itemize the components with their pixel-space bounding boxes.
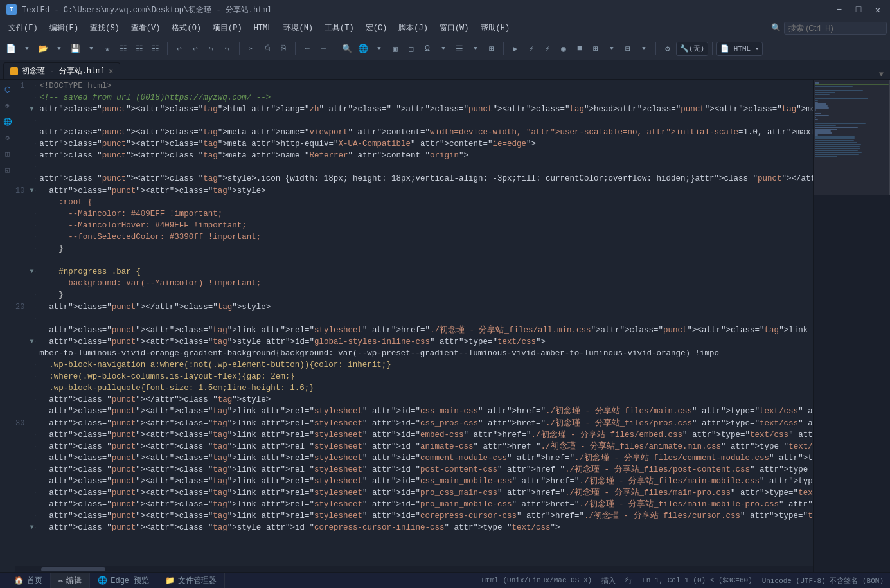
toolbar-undo[interactable]: ↩ (172, 41, 187, 57)
sidebar-icon-1[interactable]: ⬡ (1, 83, 14, 96)
menu-file[interactable]: 文件(F) (3, 21, 43, 35)
toolbar-char-arrow[interactable]: ▼ (436, 41, 451, 57)
sidebar-icon-2[interactable]: ⊕ (1, 99, 14, 112)
menu-macro[interactable]: 宏(C) (360, 21, 393, 35)
toolbar-grid-arrow[interactable]: ▼ (604, 41, 619, 57)
menu-help[interactable]: 帮助(H) (476, 21, 515, 35)
code-content[interactable] (37, 115, 813, 127)
code-content[interactable]: attr">class="punct"><attr">class="tag">l… (37, 499, 813, 510)
code-content[interactable]: #nprogress .bar { (37, 266, 813, 278)
code-content[interactable]: :root { (37, 197, 813, 208)
code-content[interactable]: attr">class="punct"><attr">class="tag">s… (37, 173, 813, 184)
code-content[interactable]: } (37, 289, 813, 301)
code-content[interactable]: attr">class="punct"><attr">class="tag">l… (37, 476, 813, 487)
code-content[interactable]: <!-- saved from url=(0018)https://myzwq.… (37, 92, 813, 103)
code-content[interactable]: attr">class="punct"><attr">class="tag">l… (37, 429, 813, 441)
toolbar-doc1[interactable]: ☷ (116, 41, 131, 57)
toolbar-bookmark2[interactable]: ◫ (404, 41, 419, 57)
toolbar-list[interactable]: ☰ (452, 41, 467, 57)
code-content[interactable]: attr">class="punct"><attr">class="tag">h… (37, 103, 813, 115)
toolbar-grid[interactable]: ⊞ (588, 41, 603, 57)
toolbar-paste[interactable]: ⎘ (276, 41, 291, 57)
toolbar-lang-dropdown[interactable]: 🔧(无) (676, 42, 708, 56)
toolbar-doc2[interactable]: ☷ (132, 41, 147, 57)
code-content[interactable] (37, 161, 813, 173)
code-content[interactable]: attr">class="punct"></attr">class="tag">… (37, 301, 813, 313)
code-content[interactable]: --MaincolorHover: #409EFF !important; (37, 220, 813, 231)
menu-view[interactable]: 查看(V) (126, 21, 166, 35)
code-content[interactable]: :where(.wp-block-columns.is-layout-flex)… (37, 371, 813, 382)
code-content[interactable]: attr">class="punct"><attr">class="tag">s… (37, 336, 813, 348)
menu-edit[interactable]: 编辑(E) (44, 21, 84, 35)
toolbar-grid2-arrow[interactable]: ▼ (636, 41, 652, 57)
toolbar-circle[interactable]: ◉ (556, 41, 571, 57)
toolbar-copy[interactable]: ⎙ (260, 41, 275, 57)
code-scroll[interactable]: 1·<!DOCTYPE html>·<!-- saved from url=(0… (15, 80, 813, 566)
status-tab-edit[interactable]: ✏️ 编辑 (51, 573, 90, 589)
toolbar-new[interactable]: 📄 (3, 41, 19, 57)
code-content[interactable]: attr">class="punct"><attr">class="tag">s… (37, 522, 813, 533)
code-content[interactable]: attr">class="punct"><attr">class="tag">l… (37, 441, 813, 452)
tab-main-file[interactable]: 初念瑾 - 分享站.html ✕ (3, 62, 120, 79)
status-tab-preview[interactable]: 🌐 Edge 预览 (90, 573, 157, 589)
toolbar-open-arrow2[interactable]: ▼ (51, 41, 67, 57)
sidebar-icon-4[interactable]: ⚙ (1, 131, 14, 144)
toolbar-redo[interactable]: ↪ (204, 41, 219, 57)
code-content[interactable]: background: var(--Maincolor) !important; (37, 278, 813, 289)
toolbar-save-arrow[interactable]: ▼ (84, 41, 99, 57)
code-content[interactable]: --Maincolor: #409EFF !important; (37, 208, 813, 220)
toolbar-play[interactable]: ▶ (508, 41, 523, 57)
toolbar-plug[interactable]: ⚙ (660, 41, 675, 57)
code-content[interactable]: .wp-block-navigation a:where(:not(.wp-el… (37, 359, 813, 371)
toolbar-code[interactable]: ⊞ (484, 41, 499, 57)
toolbar-doc3[interactable]: ☷ (148, 41, 163, 57)
code-content[interactable]: <!DOCTYPE html> (37, 80, 813, 92)
sidebar-icon-3[interactable]: 🌐 (1, 115, 14, 128)
code-content[interactable]: attr">class="punct"><attr">class="tag">l… (37, 405, 813, 417)
toolbar-back[interactable]: ← (299, 41, 315, 57)
search-input[interactable] (784, 22, 887, 35)
toolbar-open[interactable]: 📂 (35, 41, 51, 57)
code-content[interactable]: attr">class="punct"><attr">class="tag">m… (37, 138, 813, 150)
toolbar-save[interactable]: 💾 (67, 41, 83, 57)
h-scrollbar-thumb[interactable] (41, 567, 105, 571)
code-content[interactable]: attr">class="punct"><attr">class="tag">l… (37, 417, 813, 429)
toolbar-redo2[interactable]: ↪ (220, 41, 235, 57)
toolbar-bookmark[interactable]: ★ (100, 41, 115, 57)
tab-close-button[interactable]: ✕ (109, 67, 114, 75)
code-content[interactable]: --fontSelectedColor: #3390ff !important; (37, 231, 813, 243)
toolbar-list-arrow[interactable]: ▼ (468, 41, 483, 57)
menu-html[interactable]: HTML (249, 22, 278, 35)
toolbar-undo2[interactable]: ↩ (188, 41, 203, 57)
sidebar-icon-6[interactable]: ◱ (1, 163, 14, 176)
toolbar-search2[interactable]: 🔍 (339, 41, 355, 57)
maximize-button[interactable]: □ (853, 4, 864, 15)
toolbar-flash[interactable]: ⚡ (524, 41, 539, 57)
minimize-button[interactable]: − (833, 4, 845, 15)
toolbar-stop[interactable]: ■ (572, 41, 587, 57)
toolbar-grid2[interactable]: ⊟ (620, 41, 636, 57)
code-content[interactable]: attr">class="punct"><attr">class="tag">l… (37, 487, 813, 499)
code-content[interactable]: mber-to-luminous-vivid-orange-gradient-b… (37, 348, 813, 359)
code-content[interactable]: attr">class="punct"><attr">class="tag">l… (37, 510, 813, 522)
menu-script[interactable]: 脚本(J) (393, 21, 433, 35)
menu-format[interactable]: 格式(O) (166, 21, 206, 35)
status-tab-files[interactable]: 📁 文件管理器 (157, 573, 225, 589)
toolbar-char[interactable]: Ω (420, 41, 435, 57)
code-editor[interactable]: 1·<!DOCTYPE html>·<!-- saved from url=(0… (15, 80, 813, 572)
menu-env[interactable]: 环境(N) (278, 21, 318, 35)
tabs-scroll-arrow[interactable]: ▼ (876, 70, 887, 79)
menu-project[interactable]: 项目(P) (208, 21, 247, 35)
code-content[interactable] (37, 313, 813, 325)
sidebar-icon-5[interactable]: ◫ (1, 147, 14, 160)
horizontal-scrollbar[interactable] (15, 566, 813, 572)
menu-window[interactable]: 窗口(W) (434, 21, 474, 35)
toolbar-flash2[interactable]: ⚡ (540, 41, 555, 57)
code-content[interactable]: attr">class="punct"></attr">class="tag">… (37, 394, 813, 405)
toolbar-fwd[interactable]: → (316, 41, 331, 57)
toolbar-record[interactable]: ▣ (387, 41, 403, 57)
code-content[interactable]: attr">class="punct"><attr">class="tag">l… (37, 325, 813, 336)
code-content[interactable]: } (37, 243, 813, 254)
code-content[interactable]: attr">class="punct"><attr">class="tag">m… (37, 150, 813, 161)
toolbar-globe-arrow[interactable]: ▼ (371, 41, 387, 57)
